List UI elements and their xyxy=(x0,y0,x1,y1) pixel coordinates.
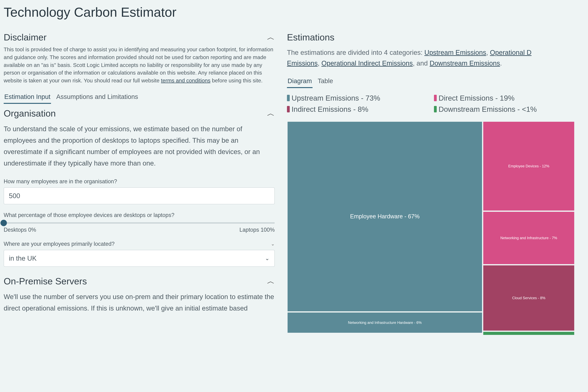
organisation-desc: To understand the scale of your emission… xyxy=(4,123,275,169)
tab-assumptions[interactable]: Assumptions and Limitations xyxy=(56,92,139,104)
link-emissions[interactable]: Emissions xyxy=(287,60,318,67)
disclaimer-text-post: before using this site. xyxy=(212,78,262,84)
tm-employee-hardware-label: Employee Hardware - 67% xyxy=(348,211,421,222)
legend-direct-label: Direct Emissions - 19% xyxy=(438,94,514,102)
swatch-downstream xyxy=(434,106,437,112)
legend-indirect-label: Indirect Emissions - 8% xyxy=(292,105,368,114)
onprem-header[interactable]: On-Premise Servers ︿ xyxy=(4,276,275,286)
location-select[interactable]: in the UK ⌄ xyxy=(4,250,275,267)
tm-downstream[interactable] xyxy=(483,331,575,336)
tm-cloud-services[interactable]: Cloud Services - 8% xyxy=(483,265,575,331)
legend-indirect: Indirect Emissions - 8% xyxy=(287,105,428,114)
tm-employee-devices[interactable]: Employee Devices - 12% xyxy=(483,121,575,211)
swatch-indirect xyxy=(287,106,290,112)
tm-networking-infra-label: Networking and Infrastructure - 7% xyxy=(499,234,559,242)
est-desc-pre: The estimations are divided into 4 categ… xyxy=(287,49,424,56)
employees-field: How many employees are in the organisati… xyxy=(4,178,275,204)
tab-table[interactable]: Table xyxy=(317,76,334,88)
chevron-up-icon: ︿ xyxy=(267,108,275,118)
location-label: Where are your employees primarily locat… xyxy=(4,241,114,247)
slider-label-left: Desktops 0% xyxy=(4,227,36,233)
tm-cloud-services-label: Cloud Services - 8% xyxy=(510,294,547,302)
estimations-heading: Estimations xyxy=(287,32,575,42)
onprem-desc: We'll use the number of servers you use … xyxy=(4,291,275,314)
right-column: Estimations The estimations are divided … xyxy=(287,32,575,336)
link-operational-d[interactable]: Operational D xyxy=(490,49,532,56)
device-mix-field: What percentage of those employee device… xyxy=(4,212,275,233)
input-tabs: Estimation Input Assumptions and Limitat… xyxy=(4,92,275,104)
slider-thumb[interactable] xyxy=(0,220,7,226)
chevron-down-icon: ⌄ xyxy=(271,241,275,246)
tab-estimation-input[interactable]: Estimation Input xyxy=(4,92,51,104)
employees-input[interactable] xyxy=(4,188,275,204)
tab-diagram[interactable]: Diagram xyxy=(287,76,312,88)
legend-upstream: Upstream Emissions - 73% xyxy=(287,94,428,102)
tm-employee-hardware[interactable]: Employee Hardware - 67% xyxy=(287,121,483,312)
legend-downstream: Downstream Emissions - <1% xyxy=(434,105,575,114)
disclaimer-header[interactable]: Disclaimer ︿ xyxy=(4,32,275,42)
link-upstream[interactable]: Upstream Emissions xyxy=(424,49,486,56)
chevron-down-icon: ⌄ xyxy=(265,255,270,262)
link-indirect[interactable]: Operational Indirect Emissions xyxy=(322,60,413,67)
device-mix-label: What percentage of those employee device… xyxy=(4,212,275,218)
link-downstream[interactable]: Downstream Emissions xyxy=(430,60,500,67)
chevron-up-icon: ︿ xyxy=(267,32,275,42)
treemap: Employee Hardware - 67% Networking and I… xyxy=(287,121,575,336)
estimations-desc: The estimations are divided into 4 categ… xyxy=(287,47,575,69)
disclaimer-heading: Disclaimer xyxy=(4,32,46,42)
tm-employee-devices-label: Employee Devices - 12% xyxy=(507,162,551,170)
disclaimer-body: This tool is provided free of charge to … xyxy=(4,46,275,84)
employees-label: How many employees are in the organisati… xyxy=(4,178,275,185)
legend-direct: Direct Emissions - 19% xyxy=(434,94,575,102)
location-field: Where are your employees primarily locat… xyxy=(4,241,275,267)
swatch-direct xyxy=(434,95,437,101)
location-value: in the UK xyxy=(9,254,36,262)
page-title: Technology Carbon Estimator xyxy=(4,4,584,20)
onprem-heading: On-Premise Servers xyxy=(4,276,87,286)
terms-link[interactable]: terms and conditions xyxy=(161,78,210,84)
left-column: Disclaimer ︿ This tool is provided free … xyxy=(4,32,275,336)
legend-downstream-label: Downstream Emissions - <1% xyxy=(438,105,537,114)
view-tabs: Diagram Table xyxy=(287,76,575,88)
slider-line xyxy=(4,222,275,224)
tm-networking-infra[interactable]: Networking and Infrastructure - 7% xyxy=(483,211,575,265)
swatch-upstream xyxy=(287,95,290,101)
chevron-up-icon: ︿ xyxy=(267,276,275,286)
tm-networking-hardware[interactable]: Networking and Infrastructure Hardware -… xyxy=(287,312,483,333)
slider-label-right: Laptops 100% xyxy=(240,227,275,233)
legend: Upstream Emissions - 73% Direct Emission… xyxy=(287,94,575,114)
organisation-header[interactable]: Organisation ︿ xyxy=(4,108,275,119)
device-mix-slider[interactable] xyxy=(4,222,275,224)
legend-upstream-label: Upstream Emissions - 73% xyxy=(292,94,380,102)
location-question-row[interactable]: Where are your employees primarily locat… xyxy=(4,241,275,247)
organisation-heading: Organisation xyxy=(4,108,56,119)
tm-networking-hardware-label: Networking and Infrastructure Hardware -… xyxy=(346,319,423,326)
